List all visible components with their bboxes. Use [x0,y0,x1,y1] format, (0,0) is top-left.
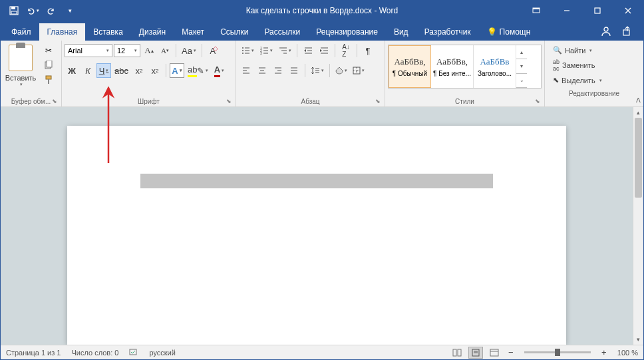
styles-scroll-down-icon[interactable]: ▾ [516,59,527,73]
borders-icon[interactable]: ▾ [351,63,367,78]
page-count[interactable]: Страница 1 из 1 [6,349,61,357]
document-area[interactable] [1,107,633,345]
line-spacing-icon[interactable]: ▾ [309,63,326,78]
zoom-level[interactable]: 100 % [617,349,638,357]
scroll-up-icon[interactable]: ▴ [633,107,643,118]
highlight-icon[interactable]: ab✎▾ [186,63,210,78]
shrink-font-icon[interactable]: A▾ [158,43,172,58]
svg-rect-2 [11,11,17,14]
tab-home[interactable]: Главная [39,23,86,41]
style-preview: АаБбВв, [436,57,468,67]
format-painter-icon[interactable] [42,74,55,86]
font-size-selector[interactable]: 12▾ [114,44,140,57]
svg-rect-4 [533,8,540,9]
zoom-in-icon[interactable]: + [599,345,609,360]
text-selection [140,174,493,188]
styles-launcher-icon[interactable]: ⬊ [535,98,540,104]
show-marks-icon[interactable]: ¶ [361,43,375,58]
numbering-icon[interactable]: 123▾ [257,43,275,58]
replace-button[interactable]: abacЗаменить [552,57,637,73]
collapse-ribbon-icon[interactable]: ᐱ [636,96,641,104]
tab-insert[interactable]: Вставка [85,23,131,41]
subscript-icon[interactable]: x2 [132,63,146,78]
share-icon[interactable] [617,22,638,41]
ribbon-options-icon[interactable] [521,1,552,21]
tab-developer[interactable]: Разработчик [416,23,479,41]
svg-point-9 [604,27,608,31]
find-label: Найти [565,47,585,55]
tab-mailings[interactable]: Рассылки [256,23,308,41]
style-no-spacing[interactable]: АаБбВв, ¶ Без инте... [431,45,474,88]
justify-icon[interactable] [287,63,301,78]
word-count[interactable]: Число слов: 0 [71,349,118,357]
tab-review[interactable]: Рецензирование [308,23,386,41]
shading-icon[interactable]: ▾ [333,63,349,78]
strikethrough-button[interactable]: abc [112,63,130,78]
styles-gallery[interactable]: АаБбВв, ¶ Обычный АаБбВв, ¶ Без инте... … [388,45,542,89]
close-icon[interactable] [613,1,643,21]
superscript-icon[interactable]: x2 [148,63,162,78]
undo-icon[interactable]: ▾ [25,3,41,19]
align-center-icon[interactable] [255,63,269,78]
copy-icon[interactable] [42,59,55,71]
svg-rect-55 [453,349,456,356]
paste-button[interactable]: Вставить ▾ [3,42,38,96]
style-name: ¶ Без инте... [433,70,471,77]
style-heading1[interactable]: АаБбВв Заголово... [474,45,516,88]
grow-font-icon[interactable]: A▴ [142,43,156,58]
tab-view[interactable]: Вид [386,23,416,41]
vertical-scrollbar[interactable]: ▴ ▾ [633,107,643,345]
multilevel-list-icon[interactable]: ▾ [276,43,293,58]
minimize-icon[interactable] [552,1,582,21]
style-normal[interactable]: АаБбВв, ¶ Обычный [389,45,431,88]
web-layout-icon[interactable] [487,347,502,359]
svg-rect-6 [595,8,600,13]
spellcheck-icon[interactable] [129,347,138,358]
zoom-slider[interactable] [524,351,591,353]
underline-button[interactable]: Ч▾ [96,63,111,78]
styles-scroll-up-icon[interactable]: ▴ [516,45,527,59]
bold-button[interactable]: Ж [65,63,79,78]
scroll-thumb[interactable] [635,118,642,198]
cut-icon[interactable]: ✂ [42,45,55,57]
redo-icon[interactable] [43,3,59,19]
editing-group-label: Редактирование [569,90,619,97]
clear-formatting-icon[interactable]: A◇ [206,43,220,58]
read-mode-icon[interactable] [450,347,464,359]
tell-me[interactable]: 💡Помощн [479,23,539,41]
change-case-icon[interactable]: Aa▾ [180,43,198,58]
ribbon-tabs: Файл Главная Вставка Дизайн Макет Ссылки… [1,21,643,41]
align-left-icon[interactable] [239,63,253,78]
language-indicator[interactable]: русский [149,349,175,357]
styles-expand-icon[interactable]: ⌄ [516,74,527,88]
print-layout-icon[interactable] [468,347,483,359]
sort-icon[interactable]: A↓Z [339,43,353,58]
tab-references[interactable]: Ссылки [212,23,256,41]
increase-indent-icon[interactable] [317,43,331,58]
find-button[interactable]: 🔍Найти▾ [552,45,637,56]
replace-icon: abac [553,59,560,72]
align-right-icon[interactable] [271,63,285,78]
decrease-indent-icon[interactable] [301,43,315,58]
select-button[interactable]: ⬉Выделить▾ [552,75,637,86]
maximize-icon[interactable] [582,1,613,21]
save-icon[interactable] [6,3,22,19]
font-launcher-icon[interactable]: ⬊ [226,98,232,104]
tab-layout[interactable]: Макет [174,23,212,41]
text-effects-icon[interactable]: A▾ [170,63,184,78]
page[interactable] [67,126,566,345]
bullets-icon[interactable]: ▾ [239,43,256,58]
style-preview: АаБбВв [480,57,510,67]
qat-customize-icon[interactable]: ▾ [62,3,78,19]
tab-file[interactable]: Файл [3,23,39,41]
svg-rect-12 [47,61,52,67]
italic-button[interactable]: К [80,63,95,78]
account-icon[interactable] [595,22,617,41]
clipboard-launcher-icon[interactable]: ⬊ [52,98,57,104]
tab-design[interactable]: Дизайн [131,23,174,41]
scroll-down-icon[interactable]: ▾ [633,334,643,345]
font-color-icon[interactable]: A▾ [212,63,226,78]
zoom-out-icon[interactable]: − [506,345,516,360]
font-name-selector[interactable]: Arial▾ [65,44,112,57]
paragraph-launcher-icon[interactable]: ⬊ [375,98,381,104]
